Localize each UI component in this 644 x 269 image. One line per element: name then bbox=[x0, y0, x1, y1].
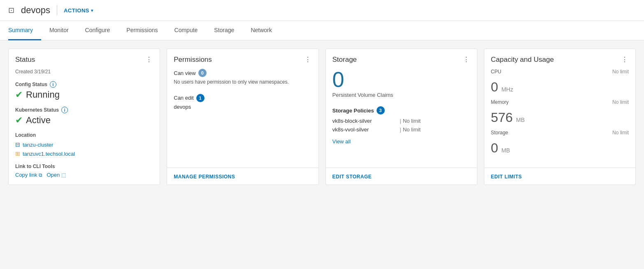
permissions-card-menu-icon[interactable]: ⋮ bbox=[305, 56, 312, 63]
storage-card: Storage ⋮ 0 Persistent Volume Claims Sto… bbox=[325, 49, 477, 185]
copy-link[interactable]: Copy link ⧉ bbox=[15, 172, 42, 178]
tab-summary[interactable]: Summary bbox=[8, 21, 41, 40]
status-created-date: Created 3/19/21 bbox=[15, 69, 153, 75]
memory-section: Memory No limit bbox=[491, 99, 629, 106]
nav-tabs: Summary Monitor Configure Permissions Co… bbox=[0, 21, 644, 40]
memory-limit: No limit bbox=[612, 99, 629, 105]
permissions-card-footer: MANAGE PERMISSIONS bbox=[167, 168, 318, 185]
config-status-check-icon: ✔ bbox=[15, 89, 23, 100]
edit-limits-button[interactable]: EDIT LIMITS bbox=[491, 174, 522, 180]
storage-capacity-label: Storage bbox=[491, 130, 508, 136]
capacity-card: Capacity and Usage ⋮ CPU No limit 0 MHz … bbox=[484, 49, 636, 185]
storage-card-title: Storage bbox=[332, 56, 357, 64]
tab-compute[interactable]: Compute bbox=[166, 21, 206, 40]
status-card: Status ⋮ Created 3/19/21 Config Status i… bbox=[8, 49, 160, 185]
config-status-label: Config Status i bbox=[15, 81, 153, 88]
capacity-card-footer: EDIT LIMITS bbox=[484, 168, 635, 185]
edit-storage-button[interactable]: EDIT STORAGE bbox=[332, 174, 372, 180]
cli-links: Copy link ⧉ Open ⬚ bbox=[15, 172, 153, 178]
top-bar: ⊡ devops ACTIONS ▾ bbox=[0, 0, 644, 21]
open-link-icon: ⬚ bbox=[61, 172, 66, 178]
main-content: Status ⋮ Created 3/19/21 Config Status i… bbox=[0, 40, 644, 193]
capacity-card-menu-icon[interactable]: ⋮ bbox=[621, 56, 629, 63]
actions-label: ACTIONS bbox=[64, 7, 89, 14]
can-edit-badge: 1 bbox=[196, 94, 205, 102]
memory-label: Memory bbox=[491, 99, 509, 105]
config-status-info-icon[interactable]: i bbox=[50, 81, 56, 88]
cpu-value: 0 bbox=[491, 80, 498, 94]
capacity-card-title: Capacity and Usage bbox=[491, 56, 554, 64]
chevron-down-icon: ▾ bbox=[91, 8, 93, 13]
can-view-badge: 0 bbox=[198, 69, 207, 77]
cpu-unit: MHz bbox=[501, 86, 513, 93]
kubernetes-status-info-icon[interactable]: i bbox=[61, 107, 68, 113]
policy1-name: vk8s-block-silver bbox=[332, 118, 398, 124]
policy-row-1: vk8s-block-silver | No limit bbox=[332, 118, 470, 124]
policy2-limit: No limit bbox=[403, 126, 421, 133]
policy-row-2: vk8s-vvol-silver | No limit bbox=[332, 126, 470, 133]
copy-link-icon: ⧉ bbox=[39, 172, 42, 178]
memory-unit: MB bbox=[516, 117, 525, 123]
tab-configure[interactable]: Configure bbox=[77, 21, 119, 40]
cpu-section: CPU No limit bbox=[491, 69, 629, 75]
kubernetes-status-check-icon: ✔ bbox=[15, 115, 23, 126]
status-card-menu-icon[interactable]: ⋮ bbox=[146, 56, 153, 63]
can-view-desc: No users have permission to only view na… bbox=[174, 79, 312, 86]
cluster-link[interactable]: ⊟ tanzu-cluster bbox=[15, 141, 153, 148]
storage-section: Storage No limit bbox=[491, 130, 629, 136]
pvc-count: 0 bbox=[332, 69, 470, 90]
storage-value: 0 bbox=[491, 140, 498, 155]
cpu-label: CPU bbox=[491, 69, 501, 75]
pvc-label: Persistent Volume Claims bbox=[332, 92, 470, 98]
page-title: devops bbox=[21, 5, 50, 16]
open-link[interactable]: Open ⬚ bbox=[46, 172, 66, 178]
config-status-value: ✔ Running bbox=[15, 89, 153, 100]
cpu-limit: No limit bbox=[612, 69, 629, 75]
cli-tools-label: Link to CLI Tools bbox=[15, 164, 153, 169]
can-edit-user: devops bbox=[174, 104, 312, 110]
storage-limit: No limit bbox=[612, 130, 629, 136]
view-all-link[interactable]: View all bbox=[332, 138, 351, 145]
storage-unit: MB bbox=[501, 147, 510, 154]
storage-policies-title: Storage Policies 3 bbox=[332, 106, 470, 115]
memory-value-row: 576 MB bbox=[491, 111, 629, 124]
can-view-section: Can view 0 No users have permission to o… bbox=[174, 69, 312, 86]
tab-storage[interactable]: Storage bbox=[206, 21, 242, 40]
can-edit-label: Can edit bbox=[174, 95, 193, 101]
kubernetes-status-label: Kubernetes Status i bbox=[15, 107, 153, 113]
storage-card-menu-icon[interactable]: ⋮ bbox=[463, 56, 470, 63]
can-view-label: Can view bbox=[174, 70, 195, 76]
tab-monitor[interactable]: Monitor bbox=[41, 21, 77, 40]
permissions-card-title: Permissions bbox=[174, 56, 212, 64]
app-icon: ⊡ bbox=[8, 6, 14, 15]
cpu-value-row: 0 MHz bbox=[491, 80, 629, 94]
location-label: Location bbox=[15, 132, 153, 138]
permissions-card: Permissions ⋮ Can view 0 No users have p… bbox=[167, 49, 319, 185]
storage-value-row: 0 MB bbox=[491, 141, 629, 154]
divider bbox=[57, 5, 57, 15]
policy2-name: vk8s-vvol-silver bbox=[332, 126, 398, 133]
vcenter-icon: ⊞ bbox=[15, 150, 20, 157]
status-card-title: Status bbox=[15, 56, 35, 64]
manage-permissions-button[interactable]: MANAGE PERMISSIONS bbox=[174, 174, 235, 180]
memory-value: 576 bbox=[491, 110, 513, 125]
policies-count-badge: 3 bbox=[377, 106, 385, 115]
tab-network[interactable]: Network bbox=[242, 21, 280, 40]
kubernetes-status-value: ✔ Active bbox=[15, 115, 153, 126]
can-edit-section: Can edit 1 devops bbox=[174, 94, 312, 110]
cluster-icon: ⊟ bbox=[15, 141, 20, 148]
vcenter-link[interactable]: ⊞ tanzuvc1.techsol.local bbox=[15, 150, 153, 157]
tab-permissions[interactable]: Permissions bbox=[118, 21, 166, 40]
policy1-limit: No limit bbox=[403, 118, 421, 124]
actions-button[interactable]: ACTIONS ▾ bbox=[64, 7, 93, 14]
storage-card-footer: EDIT STORAGE bbox=[326, 168, 477, 185]
